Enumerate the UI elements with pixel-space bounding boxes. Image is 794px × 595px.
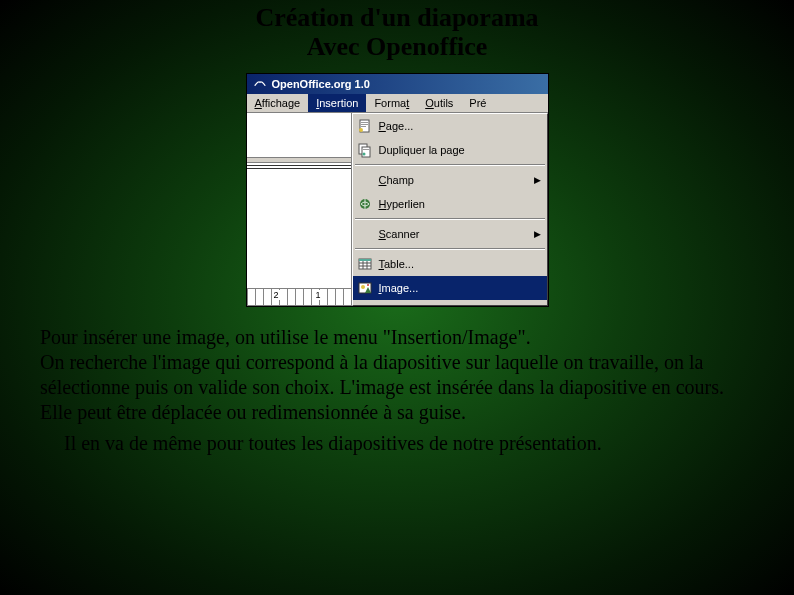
menu-item-page[interactable]: Page... — [353, 114, 547, 138]
svg-point-20 — [367, 284, 369, 286]
menu-format[interactable]: Format — [366, 94, 417, 112]
screenshot-body: 2 1 Page... Dupliquer la page Champ — [247, 113, 548, 306]
left-panel: 2 1 — [247, 113, 352, 306]
svg-rect-16 — [359, 259, 371, 261]
menu-item-dupliquer[interactable]: Dupliquer la page — [353, 138, 547, 162]
ruler-number: 2 — [273, 290, 280, 300]
page-title: Création d'un diaporama Avec Openoffice — [0, 4, 794, 61]
svg-point-4 — [359, 128, 363, 132]
menubar: Affichage Insertion Format Outils Pré — [247, 94, 548, 113]
menu-item-table[interactable]: Table... — [353, 252, 547, 276]
svg-rect-7 — [363, 149, 369, 150]
menu-item-hyperlien[interactable]: Hyperlien — [353, 192, 547, 216]
svg-rect-3 — [361, 126, 366, 127]
blank-icon — [357, 226, 373, 242]
svg-rect-6 — [362, 147, 370, 157]
menu-pre[interactable]: Pré — [461, 94, 494, 112]
body-text: Pour insérer une image, on utilise le me… — [40, 325, 754, 456]
menu-item-image[interactable]: Image... — [353, 276, 547, 300]
hyperlink-icon — [357, 196, 373, 212]
panel-divider — [247, 157, 351, 163]
paragraph: Pour insérer une image, on utilise le me… — [40, 325, 754, 350]
menu-label: Hyperlien — [379, 198, 541, 210]
menu-separator — [355, 218, 545, 220]
menu-separator — [355, 164, 545, 166]
svg-point-18 — [361, 285, 365, 289]
menu-label: Champ — [379, 174, 528, 186]
image-icon — [357, 280, 373, 296]
blank-icon — [357, 172, 373, 188]
ruler-number: 1 — [315, 290, 322, 300]
panel-line — [247, 168, 351, 169]
ruler-marks — [247, 289, 351, 305]
menu-separator — [355, 248, 545, 250]
panel-line — [247, 165, 351, 166]
table-icon — [357, 256, 373, 272]
svg-point-8 — [362, 153, 365, 156]
title-line2: Avec Openoffice — [0, 33, 794, 62]
menu-affichage[interactable]: Affichage — [247, 94, 309, 112]
page-icon — [357, 118, 373, 134]
menu-label: Scanner — [379, 228, 528, 240]
submenu-arrow-icon: ▶ — [534, 229, 541, 239]
menu-label: Page... — [379, 120, 541, 132]
title-line1: Création d'un diaporama — [0, 4, 794, 33]
ruler: 2 1 — [247, 288, 351, 306]
insertion-dropdown: Page... Dupliquer la page Champ ▶ Hyperl… — [352, 113, 548, 306]
window-title: OpenOffice.org 1.0 — [272, 78, 370, 90]
menu-label: Image... — [379, 282, 541, 294]
svg-rect-2 — [361, 124, 368, 125]
window-titlebar: OpenOffice.org 1.0 — [247, 74, 548, 94]
menu-outils[interactable]: Outils — [417, 94, 461, 112]
menu-label: Dupliquer la page — [379, 144, 541, 156]
menu-insertion[interactable]: Insertion — [308, 94, 366, 112]
submenu-arrow-icon: ▶ — [534, 175, 541, 185]
svg-rect-1 — [361, 122, 368, 123]
openoffice-icon — [253, 77, 267, 91]
duplicate-icon — [357, 142, 373, 158]
paragraph: On recherche l'image qui correspond à la… — [40, 350, 754, 425]
paragraph: Il en va de même pour toutes les diaposi… — [64, 431, 754, 456]
menu-label: Table... — [379, 258, 541, 270]
menu-item-scanner[interactable]: Scanner ▶ — [353, 222, 547, 246]
menu-item-champ[interactable]: Champ ▶ — [353, 168, 547, 192]
openoffice-screenshot: OpenOffice.org 1.0 Affichage Insertion F… — [246, 73, 549, 307]
